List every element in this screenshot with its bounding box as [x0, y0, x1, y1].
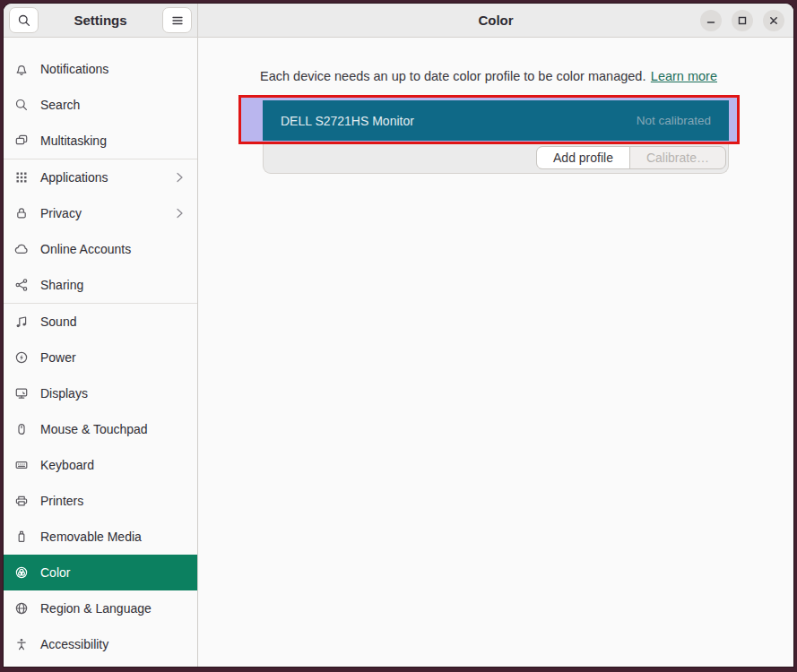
- device-status-badge: Not calibrated: [637, 114, 711, 127]
- sidebar-item-privacy[interactable]: Privacy: [4, 195, 197, 231]
- close-icon: [767, 13, 781, 28]
- sidebar-item-label: Sound: [40, 314, 76, 329]
- maximize-icon: [735, 13, 749, 28]
- app-title: Settings: [74, 13, 126, 28]
- search-button[interactable]: [9, 7, 39, 33]
- cloud-icon: [14, 242, 29, 256]
- sidebar-item-label: Keyboard: [40, 458, 94, 472]
- sidebar-header: Settings: [4, 4, 198, 37]
- sidebar-item-sound[interactable]: Sound: [4, 304, 197, 340]
- profile-actions: Add profile Calibrate…: [536, 146, 726, 169]
- sidebar-item-notifications[interactable]: Notifications: [4, 51, 197, 87]
- search-icon: [14, 98, 29, 112]
- app-grid-icon: [14, 170, 29, 185]
- sidebar-item-label: Applications: [40, 170, 108, 185]
- hamburger-icon: [170, 13, 185, 28]
- flash-drive-icon: [14, 530, 29, 544]
- chevron-right-icon: [172, 170, 186, 185]
- keyboard-icon: [14, 458, 29, 472]
- bell-icon: [14, 62, 29, 76]
- device-row[interactable]: DELL S2721HS Monitor Not calibrated: [263, 100, 729, 141]
- printer-icon: [14, 494, 29, 508]
- panel-description: Each device needs an up to date color pr…: [260, 69, 645, 83]
- mouse-icon: [14, 422, 29, 436]
- sidebar-item-removable-media[interactable]: Removable Media: [4, 519, 197, 555]
- sidebar-item-mouse-touchpad[interactable]: Mouse & Touchpad: [4, 411, 197, 447]
- sidebar-item-label: Region & Language: [40, 601, 152, 616]
- device-list-footer: Add profile Calibrate…: [263, 144, 729, 174]
- sidebar: NotificationsSearchMultitaskingApplicati…: [4, 38, 198, 667]
- close-button[interactable]: [763, 10, 784, 31]
- page-title: Color: [478, 13, 513, 28]
- calibrate-button[interactable]: Calibrate…: [630, 147, 725, 168]
- window-controls: [700, 4, 784, 37]
- multitasking-icon: [14, 134, 29, 148]
- settings-window: Settings Color Notificat: [4, 4, 793, 667]
- sidebar-item-label: Accessibility: [40, 637, 108, 651]
- add-profile-button[interactable]: Add profile: [537, 147, 629, 168]
- sidebar-item-region-language[interactable]: Region & Language: [4, 590, 197, 626]
- sidebar-item-displays[interactable]: Displays: [4, 375, 197, 411]
- globe-icon: [14, 601, 29, 616]
- sidebar-item-keyboard[interactable]: Keyboard: [4, 447, 197, 483]
- share-icon: [14, 278, 29, 292]
- device-name: DELL S2721HS Monitor: [281, 114, 414, 128]
- sidebar-item-power[interactable]: Power: [4, 340, 197, 375]
- power-icon: [14, 350, 29, 365]
- sidebar-item-sharing[interactable]: Sharing: [4, 267, 197, 303]
- learn-more-link[interactable]: Learn more: [651, 69, 717, 83]
- sidebar-item-label: Power: [40, 350, 76, 365]
- sidebar-item-label: Color: [40, 565, 70, 580]
- minimize-icon: [704, 13, 718, 28]
- sidebar-item-color[interactable]: Color: [4, 555, 197, 590]
- sidebar-item-label: Notifications: [40, 62, 108, 76]
- maximize-button[interactable]: [732, 10, 753, 31]
- main-header: Color: [198, 4, 793, 37]
- sidebar-item-printers[interactable]: Printers: [4, 483, 197, 519]
- sidebar-item-search[interactable]: Search: [4, 87, 197, 123]
- sidebar-item-label: Online Accounts: [40, 242, 131, 256]
- sidebar-item-label: Mouse & Touchpad: [40, 422, 148, 436]
- sidebar-item-label: Sharing: [40, 278, 83, 292]
- minimize-button[interactable]: [700, 10, 722, 31]
- sidebar-item-applications[interactable]: Applications: [4, 159, 197, 195]
- sidebar-item-label: Privacy: [40, 206, 82, 220]
- menu-button[interactable]: [162, 7, 192, 33]
- display-icon: [14, 386, 29, 401]
- color-panel: Each device needs an up to date color pr…: [198, 38, 793, 667]
- sidebar-item-label: Multitasking: [40, 134, 107, 148]
- headerbar: Settings Color: [4, 4, 793, 38]
- sidebar-item-label: Printers: [40, 494, 83, 508]
- sidebar-item-accessibility[interactable]: Accessibility: [4, 626, 197, 662]
- sidebar-item-online-accounts[interactable]: Online Accounts: [4, 231, 197, 267]
- sidebar-item-label: Removable Media: [40, 530, 142, 544]
- color-icon: [14, 565, 29, 580]
- music-note-icon: [14, 314, 29, 329]
- sidebar-item-multitasking[interactable]: Multitasking: [4, 123, 197, 159]
- sidebar-item-label: Search: [40, 98, 80, 112]
- lock-icon: [14, 206, 29, 220]
- search-icon: [17, 13, 31, 28]
- chevron-right-icon: [172, 206, 186, 220]
- accessibility-icon: [14, 637, 29, 651]
- sidebar-item-label: Displays: [40, 386, 88, 401]
